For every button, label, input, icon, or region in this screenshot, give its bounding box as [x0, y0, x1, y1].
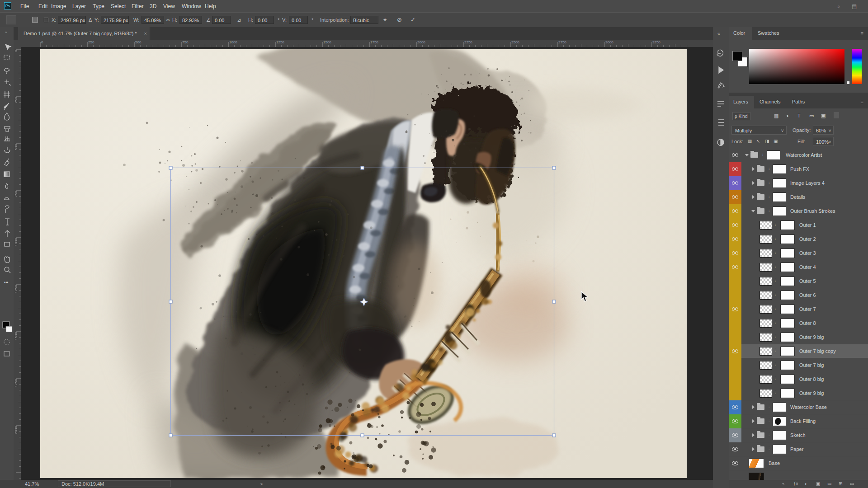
svg-text:«: «	[717, 31, 720, 36]
svg-text:•••: •••	[4, 280, 8, 285]
svg-text:»: »	[5, 30, 7, 34]
